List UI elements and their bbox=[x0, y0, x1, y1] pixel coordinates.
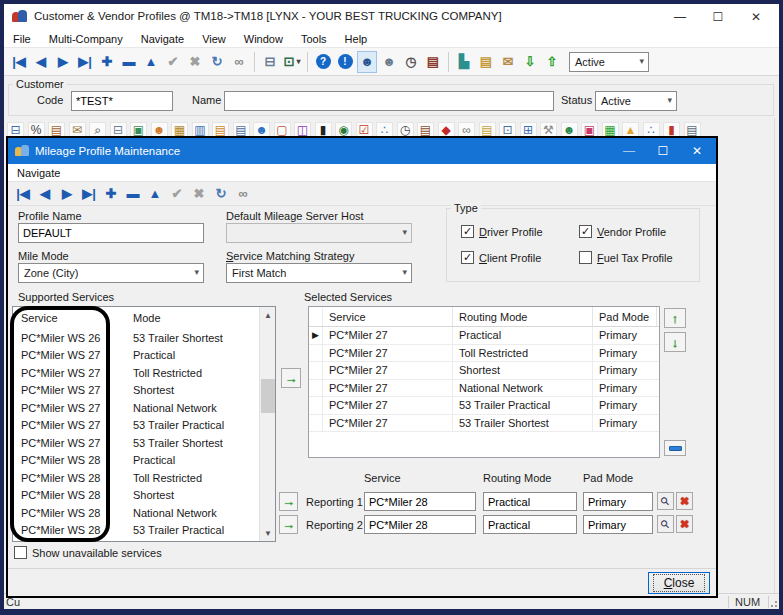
menu-item-tools[interactable]: Tools bbox=[292, 30, 336, 48]
export-print-icon[interactable]: ⇧ bbox=[542, 51, 562, 73]
reporting-1-pad-input[interactable] bbox=[583, 492, 653, 511]
selected-service-row[interactable]: PC*Miler 27National NetworkPrimary bbox=[309, 380, 659, 398]
refresh-icon[interactable]: ↻ bbox=[211, 183, 231, 205]
vendor-profile-icon[interactable]: ☻ bbox=[379, 51, 399, 73]
reporting-2-apply-button[interactable]: → bbox=[279, 515, 298, 534]
add-record-icon[interactable]: ✚ bbox=[97, 51, 117, 73]
selected-service-row[interactable]: PC*Miler 27ShortestPrimary bbox=[309, 362, 659, 380]
dialog-menu-item-navigate[interactable]: Navigate bbox=[8, 164, 69, 182]
nav-prev-icon[interactable]: ◀ bbox=[35, 183, 55, 205]
reporting-1-service-input[interactable] bbox=[364, 492, 476, 511]
selected-services-table[interactable]: Service Routing Mode Pad Mode ▶PC*Miler … bbox=[308, 306, 660, 458]
selected-service-row[interactable]: PC*Miler 27Toll RestrictedPrimary bbox=[309, 345, 659, 363]
collapse-icon[interactable]: ▲ bbox=[145, 183, 165, 205]
menu-item-navigate[interactable]: Navigate bbox=[132, 30, 193, 48]
type-checkbox-vendor-profile[interactable]: ✓Vendor Profile bbox=[579, 225, 666, 238]
close-button[interactable]: Close bbox=[648, 572, 710, 594]
toolbar-active-filter-combo[interactable]: Active▾ bbox=[569, 52, 649, 72]
type-checkbox-client-profile[interactable]: ✓Client Profile bbox=[461, 251, 541, 264]
selected-service-row[interactable]: ▶PC*Miler 27PracticalPrimary bbox=[309, 327, 659, 345]
show-unavailable-checkbox[interactable]: Show unavailable services bbox=[14, 546, 162, 559]
reporting-2-routing-input[interactable] bbox=[483, 515, 577, 534]
matching-strategy-combo[interactable]: First Match ▾ bbox=[226, 263, 412, 283]
menu-item-view[interactable]: View bbox=[193, 30, 235, 48]
type-checkbox-fuel-tax-profile[interactable]: Fuel Tax Profile bbox=[579, 251, 673, 264]
delete-record-icon[interactable]: ▬ bbox=[119, 51, 139, 73]
reporting-1-lookup-button[interactable]: ⚲ bbox=[657, 492, 674, 510]
cancel-icon[interactable]: ✖ bbox=[189, 183, 209, 205]
supported-service-row[interactable]: PC*Miler WS 2853 Trailer Practical bbox=[13, 522, 275, 540]
reporting-2-service-input[interactable] bbox=[364, 515, 476, 534]
delete-record-icon[interactable]: ▬ bbox=[123, 183, 143, 205]
notes-icon[interactable]: ▤ bbox=[476, 51, 496, 73]
reporting-2-lookup-button[interactable]: ⚲ bbox=[657, 515, 674, 533]
supported-service-row[interactable]: PC*Miler WS 2753 Trailer Shortest bbox=[13, 434, 275, 452]
menu-item-file[interactable]: File bbox=[4, 30, 40, 48]
type-checkbox-driver-profile[interactable]: ✓Driver Profile bbox=[461, 225, 543, 238]
ledger-icon[interactable]: ▤ bbox=[423, 51, 443, 73]
supported-service-row[interactable]: PC*Miler WS 28Practical bbox=[13, 452, 275, 470]
supported-service-row[interactable]: PC*Miler WS 28Shortest bbox=[13, 487, 275, 505]
cancel-icon[interactable]: ✖ bbox=[185, 51, 205, 73]
supported-service-row[interactable]: PC*Miler WS 28Toll Restricted bbox=[13, 469, 275, 487]
profile-name-input[interactable] bbox=[18, 223, 204, 243]
selected-service-row[interactable]: PC*Miler 2753 Trailer ShortestPrimary bbox=[309, 415, 659, 433]
supported-service-row[interactable]: PC*Miler WS 27Practical bbox=[13, 347, 275, 365]
screen-view-icon[interactable]: ⊡▾ bbox=[282, 51, 302, 73]
import-icon[interactable]: ⇩ bbox=[520, 51, 540, 73]
nav-next-icon[interactable]: ▶ bbox=[57, 183, 77, 205]
minimize-button[interactable]: — bbox=[661, 4, 699, 30]
move-up-button[interactable]: ↑ bbox=[664, 308, 686, 328]
dialog-maximize-button[interactable]: ☐ bbox=[646, 138, 680, 164]
menu-item-window[interactable]: Window bbox=[235, 30, 292, 48]
add-service-button[interactable]: → bbox=[281, 368, 301, 388]
commit-icon[interactable]: ✔ bbox=[163, 51, 183, 73]
menu-item-multi-company[interactable]: Multi-Company bbox=[40, 30, 132, 48]
server-host-combo[interactable]: ▾ bbox=[226, 223, 412, 243]
close-window-button[interactable]: ✕ bbox=[737, 4, 775, 30]
reporting-2-pad-input[interactable] bbox=[583, 515, 653, 534]
resize-grip[interactable] bbox=[768, 598, 778, 608]
nav-last-icon[interactable]: ▶| bbox=[79, 183, 99, 205]
scroll-down-icon[interactable]: ▼ bbox=[260, 525, 276, 541]
mail-receive-icon[interactable]: ✉ bbox=[498, 51, 518, 73]
supported-service-row[interactable]: PC*Miler WS 28National Network bbox=[13, 504, 275, 522]
reporting-1-apply-button[interactable]: → bbox=[279, 492, 298, 511]
print-icon[interactable]: ⊟ bbox=[260, 51, 280, 73]
supported-service-row[interactable]: PC*Miler WS 2753 Trailer Practical bbox=[13, 417, 275, 435]
supported-service-row[interactable]: PC*Miler WS 2853 Trailer Shortest bbox=[13, 539, 275, 542]
code-input[interactable] bbox=[71, 91, 173, 111]
menu-item-help[interactable]: Help bbox=[336, 30, 377, 48]
refresh-icon[interactable]: ↻ bbox=[207, 51, 227, 73]
collapse-icon[interactable]: ▲ bbox=[141, 51, 161, 73]
link-icon[interactable]: ∞ bbox=[229, 51, 249, 73]
supported-scrollbar[interactable]: ▲ ▼ bbox=[259, 307, 275, 541]
supported-service-row[interactable]: PC*Miler WS 27Shortest bbox=[13, 382, 275, 400]
supported-service-row[interactable]: PC*Miler WS 2653 Trailer Shortest bbox=[13, 329, 275, 347]
reporting-2-clear-button[interactable]: ✖ bbox=[676, 515, 693, 533]
nav-prev-icon[interactable]: ◀ bbox=[31, 51, 51, 73]
nav-first-icon[interactable]: |◀ bbox=[13, 183, 33, 205]
scroll-thumb[interactable] bbox=[261, 379, 275, 413]
supported-services-list[interactable]: Service Mode PC*Miler WS 2653 Trailer Sh… bbox=[12, 306, 276, 542]
move-down-button[interactable]: ↓ bbox=[664, 332, 686, 352]
maximize-button[interactable]: ☐ bbox=[699, 4, 737, 30]
scroll-up-icon[interactable]: ▲ bbox=[260, 307, 276, 323]
info-icon[interactable]: ! bbox=[335, 51, 355, 73]
nav-first-icon[interactable]: |◀ bbox=[9, 51, 29, 73]
nav-next-icon[interactable]: ▶ bbox=[53, 51, 73, 73]
chart-icon[interactable]: ▙ bbox=[454, 51, 474, 73]
dialog-close-button[interactable]: ✕ bbox=[680, 138, 714, 164]
mile-mode-combo[interactable]: Zone (City) ▾ bbox=[18, 263, 204, 283]
reporting-1-routing-input[interactable] bbox=[483, 492, 577, 511]
dialog-minimize-button[interactable]: — bbox=[612, 138, 646, 164]
history-clock-icon[interactable]: ◷ bbox=[401, 51, 421, 73]
link-icon[interactable]: ∞ bbox=[233, 183, 253, 205]
add-record-icon[interactable]: ✚ bbox=[101, 183, 121, 205]
nav-last-icon[interactable]: ▶| bbox=[75, 51, 95, 73]
remove-service-button[interactable] bbox=[664, 440, 686, 456]
supported-service-row[interactable]: PC*Miler WS 27Toll Restricted bbox=[13, 364, 275, 382]
customer-profile-icon[interactable]: ☻ bbox=[357, 51, 377, 73]
reporting-1-clear-button[interactable]: ✖ bbox=[676, 492, 693, 510]
selected-service-row[interactable]: PC*Miler 2753 Trailer PracticalPrimary bbox=[309, 397, 659, 415]
